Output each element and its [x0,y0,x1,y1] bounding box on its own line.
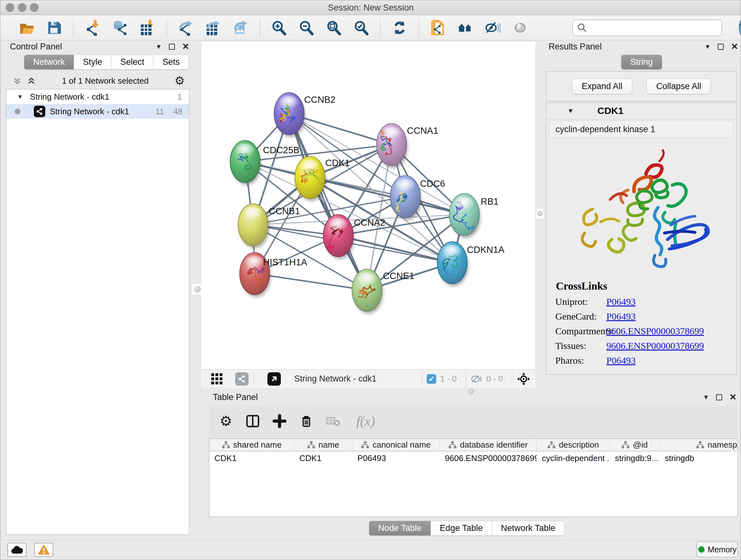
protein-name: CDK1 [597,105,623,116]
panel-float-icon[interactable] [169,44,175,50]
column-header-id[interactable]: @id [610,439,660,451]
expand-all-icon[interactable] [26,76,36,85]
share-icon[interactable] [235,372,249,386]
zoom-fit-icon[interactable] [325,18,343,37]
table-cell[interactable]: CDK1 [294,451,352,465]
network-canvas[interactable]: CCNB2CCNA1CDC25BCDK1CDC6RB1CCNB1CCNA2CDK… [201,42,535,388]
column-header-description[interactable]: description [537,439,610,451]
houses-icon[interactable] [456,18,475,37]
tab-network-table[interactable]: Network Table [492,521,564,536]
tab-edge-table[interactable]: Edge Table [430,521,492,536]
delete-table-icon[interactable] [325,413,342,430]
tab-sets[interactable]: Sets [153,55,189,69]
expand-all-button[interactable]: Expand All [572,78,632,94]
network-node-CDKN1A[interactable]: CDKN1A [437,242,504,287]
collapse-all-button[interactable]: Collapse All [646,78,711,94]
import-network-icon[interactable] [83,18,102,37]
collapse-all-icon[interactable] [12,76,22,85]
tab-style[interactable]: Style [74,55,111,69]
document-share-icon[interactable] [428,18,447,37]
columns-icon[interactable] [244,413,261,430]
titlebar: Session: New Session [0,0,741,15]
network-node-CCNB1[interactable]: CCNB1 [238,204,300,248]
table-cell[interactable]: stringdb:9... [610,451,660,465]
panel-close-icon[interactable]: ✕ [729,393,737,401]
panel-close-icon[interactable]: ✕ [182,43,189,51]
export-network-icon[interactable] [177,18,195,37]
network-graph[interactable]: CCNB2CCNA1CDC25BCDK1CDC6RB1CCNB1CCNA2CDK… [201,42,535,369]
warning-icon[interactable] [34,543,53,557]
column-header-canonicalname[interactable]: canonical name [352,439,440,451]
panel-float-icon[interactable] [716,394,722,400]
selected-checkbox-icon[interactable]: ✓ [427,374,436,384]
crosslink-link[interactable]: 9606.ENSP00000378699 [606,340,704,351]
hidden-eye-icon[interactable] [470,374,483,384]
zoom-out-icon[interactable] [297,18,316,37]
column-header-sharedname[interactable]: shared name [209,439,294,451]
table-toolbar: ⚙ f(x) [209,405,738,437]
network-node-RB1[interactable]: RB1 [449,193,498,238]
column-header-name[interactable]: name [294,439,352,451]
eye-slash-icon[interactable] [483,18,502,37]
node-table[interactable]: shared namenamecanonical namedatabase id… [209,438,738,517]
crosslink-link[interactable]: P06493 [606,296,636,307]
trash-icon[interactable] [298,413,315,430]
grid-icon[interactable] [208,370,226,388]
tab-node-table[interactable]: Node Table [369,521,430,536]
memory-button[interactable]: Memory [697,542,738,557]
network-node-CCNA1[interactable]: CCNA1 [377,124,438,168]
network-row-selected[interactable]: String Network - cdk1 11 48 [6,104,189,119]
table-cell[interactable]: 9606.ENSP00000378699 [440,451,537,465]
eye-icon[interactable] [511,18,529,37]
crosslink-link[interactable]: 9606.ENSP00000378699 [606,326,704,336]
gear-icon[interactable]: ⚙ [217,413,234,430]
gear-icon[interactable]: ⚙ [175,75,185,86]
tab-string[interactable]: String [621,55,662,69]
network-node-HIST1H1A[interactable]: HIST1H1A [240,253,307,297]
table-row[interactable]: CDK1CDK1P064939606.ENSP00000378699cyclin… [209,451,738,465]
birdseye-view-icon[interactable] [267,372,281,386]
table-cell[interactable]: cyclin-dependent ... [537,451,610,465]
network-label: String Network - cdk1 [50,107,129,117]
help-icon[interactable]: ? [739,19,741,37]
search-input[interactable] [588,22,722,33]
export-image-icon[interactable] [231,18,250,37]
crosshair-icon[interactable] [517,372,531,386]
plus-icon[interactable] [271,413,288,430]
function-icon[interactable]: f(x) [351,413,380,430]
network-view-toolbar: String Network - cdk1 ✓ 1 - 0 0 - 0 [201,369,535,388]
panel-collapse-icon[interactable]: ▼ [156,43,162,51]
cloud-icon[interactable] [7,543,26,557]
table-cell[interactable]: stringdb [660,451,738,465]
import-database-icon[interactable] [111,18,129,37]
collapse-triangle-icon[interactable]: ▼ [567,107,574,115]
column-header-databaseidentifier[interactable]: database identifier [440,439,537,451]
table-cell[interactable]: CDK1 [209,451,294,465]
panel-float-icon[interactable] [718,44,724,50]
column-header-namespace[interactable]: namespace [660,439,738,451]
tab-select[interactable]: Select [111,55,153,69]
network-node-CDC25B[interactable]: CDC25B [230,140,299,185]
import-table-icon[interactable] [138,18,157,37]
crosslink-link[interactable]: P06493 [606,355,636,366]
export-table-icon[interactable] [204,18,222,37]
panel-collapse-icon[interactable]: ▼ [704,43,711,51]
crosslink-link[interactable]: P06493 [606,311,636,322]
network-node-CCNE1[interactable]: CCNE1 [352,269,414,314]
right-splitter-handle[interactable] [536,208,544,219]
search-box[interactable] [572,19,722,36]
network-node-CCNB2[interactable]: CCNB2 [274,92,335,137]
refresh-icon[interactable] [390,18,409,37]
open-folder-icon[interactable] [17,18,36,37]
tree-expand-icon[interactable]: ▼ [17,94,23,100]
zoom-selected-icon[interactable] [352,18,370,37]
panel-close-icon[interactable]: ✕ [731,43,738,51]
protein-header[interactable]: ▼ CDK1 [546,103,737,119]
zoom-in-icon[interactable] [270,18,288,37]
toolbar-separator [73,18,74,37]
network-collection-row[interactable]: ▼ String Network - cdk1 1 [6,89,189,104]
save-floppy-icon[interactable] [45,18,64,37]
tab-network[interactable]: Network [24,55,74,69]
panel-collapse-icon[interactable]: ▼ [703,394,710,401]
table-cell[interactable]: P06493 [352,451,440,465]
